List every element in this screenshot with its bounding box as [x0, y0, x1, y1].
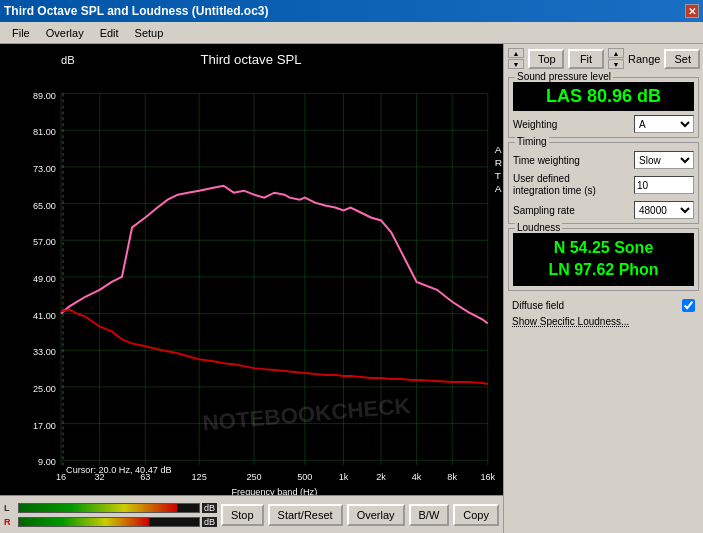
chart-svg-wrapper: Third octave SPL dB 89.00 81.00 73.00 65…	[0, 44, 503, 495]
svg-text:33.00: 33.00	[33, 347, 56, 357]
diffuse-label: Diffuse field	[512, 300, 564, 311]
svg-text:A: A	[495, 144, 502, 155]
svg-text:17.00: 17.00	[33, 421, 56, 431]
start-reset-button[interactable]: Start/Reset	[268, 504, 343, 526]
right-panel: ▲ ▼ Top Fit ▲ ▼ Range Set Sound pressure…	[503, 44, 703, 533]
menu-bar: File Overlay Edit Setup	[0, 22, 703, 44]
svg-text:2k: 2k	[376, 472, 386, 482]
menu-edit[interactable]: Edit	[92, 25, 127, 41]
r-meter-fill	[19, 518, 149, 526]
range-arrows: ▲ ▼	[608, 48, 624, 69]
svg-text:T: T	[495, 170, 501, 181]
diffuse-checkbox[interactable]	[682, 299, 695, 312]
sampling-label: Sampling rate	[513, 205, 575, 216]
svg-text:89.00: 89.00	[33, 91, 56, 101]
svg-text:dB: dB	[61, 54, 75, 66]
loudness-line1: N 54.25 Sone	[517, 237, 690, 259]
bw-button[interactable]: B/W	[409, 504, 450, 526]
svg-text:A: A	[495, 183, 502, 194]
svg-text:9.00: 9.00	[38, 457, 56, 467]
svg-text:Cursor:  20.0 Hz, 40.47 dB: Cursor: 20.0 Hz, 40.47 dB	[66, 465, 172, 475]
l-meter	[18, 503, 200, 513]
svg-text:49.00: 49.00	[33, 274, 56, 284]
svg-text:41.00: 41.00	[33, 311, 56, 321]
timing-section-label: Timing	[515, 136, 549, 147]
top-button[interactable]: Top	[528, 49, 564, 69]
time-weighting-label: Time weighting	[513, 155, 580, 166]
top-arrows: ▲ ▼	[508, 48, 524, 69]
top-down-arrow[interactable]: ▼	[508, 59, 524, 69]
svg-text:73.00: 73.00	[33, 164, 56, 174]
time-weighting-row: Time weighting Slow Fast	[513, 151, 694, 169]
loudness-display: N 54.25 Sone LN 97.62 Phon	[513, 233, 694, 286]
menu-setup[interactable]: Setup	[127, 25, 172, 41]
fit-button[interactable]: Fit	[568, 49, 604, 69]
title-bar: Third Octave SPL and Loudness (Untitled.…	[0, 0, 703, 22]
title-text: Third Octave SPL and Loudness (Untitled.…	[4, 4, 268, 18]
range-label: Range	[628, 53, 660, 65]
svg-text:8k: 8k	[447, 472, 457, 482]
integration-row: User definedintegration time (s)	[513, 173, 694, 197]
weighting-row: Weighting A C Z	[513, 115, 694, 133]
r-meter	[18, 517, 200, 527]
l-meter-fill	[19, 504, 177, 512]
weighting-select[interactable]: A C Z	[634, 115, 694, 133]
svg-text:R: R	[495, 157, 502, 168]
spl-display: LAS 80.96 dB	[513, 82, 694, 111]
menu-file[interactable]: File	[4, 25, 38, 41]
svg-text:65.00: 65.00	[33, 201, 56, 211]
diffuse-area: Diffuse field Show Specific Loudness...	[508, 295, 699, 331]
menu-overlay[interactable]: Overlay	[38, 25, 92, 41]
svg-text:25.00: 25.00	[33, 384, 56, 394]
level-meters: L dB R dB	[4, 501, 217, 528]
svg-text:125: 125	[192, 472, 207, 482]
l-label: L	[4, 503, 16, 513]
overlay-button[interactable]: Overlay	[347, 504, 405, 526]
close-button[interactable]: ✕	[685, 4, 699, 18]
svg-text:1k: 1k	[339, 472, 349, 482]
time-weighting-select[interactable]: Slow Fast	[634, 151, 694, 169]
integration-label: User definedintegration time (s)	[513, 173, 596, 197]
loudness-section-label: Loudness	[515, 222, 562, 233]
set-button[interactable]: Set	[664, 49, 700, 69]
loudness-section: Loudness N 54.25 Sone LN 97.62 Phon	[508, 228, 699, 291]
range-down-arrow[interactable]: ▼	[608, 59, 624, 69]
svg-text:Third octave SPL: Third octave SPL	[200, 52, 301, 67]
svg-text:16k: 16k	[480, 472, 495, 482]
weighting-label: Weighting	[513, 119, 557, 130]
range-up-arrow[interactable]: ▲	[608, 48, 624, 58]
svg-text:4k: 4k	[412, 472, 422, 482]
chart-svg: Third octave SPL dB 89.00 81.00 73.00 65…	[0, 44, 503, 495]
copy-button[interactable]: Copy	[453, 504, 499, 526]
top-up-arrow[interactable]: ▲	[508, 48, 524, 58]
svg-text:500: 500	[297, 472, 312, 482]
main-content: Third octave SPL dB 89.00 81.00 73.00 65…	[0, 44, 703, 533]
sampling-select[interactable]: 48000 44100	[634, 201, 694, 219]
sampling-row: Sampling rate 48000 44100	[513, 201, 694, 219]
svg-text:250: 250	[246, 472, 261, 482]
spl-section-label: Sound pressure level	[515, 71, 613, 82]
r-db-label: dB	[202, 517, 217, 527]
svg-text:16: 16	[56, 472, 66, 482]
timing-section: Timing Time weighting Slow Fast User def…	[508, 142, 699, 224]
specific-loudness-label[interactable]: Show Specific Loudness...	[512, 316, 629, 327]
chart-outer: Third octave SPL dB 89.00 81.00 73.00 65…	[0, 44, 503, 533]
stop-button[interactable]: Stop	[221, 504, 264, 526]
integration-input[interactable]	[634, 176, 694, 194]
l-db-label: dB	[202, 503, 217, 513]
top-controls: ▲ ▼ Top Fit ▲ ▼ Range Set	[508, 48, 699, 69]
diffuse-row: Diffuse field	[512, 297, 695, 314]
loudness-line2: LN 97.62 Phon	[517, 259, 690, 281]
svg-text:Frequency band (Hz): Frequency band (Hz)	[231, 487, 317, 495]
specific-loudness-row: Show Specific Loudness...	[512, 314, 695, 329]
bottom-bar: L dB R dB Stop Start/Reset Overlay	[0, 495, 503, 533]
spl-section: Sound pressure level LAS 80.96 dB Weight…	[508, 77, 699, 138]
svg-text:57.00: 57.00	[33, 237, 56, 247]
svg-text:81.00: 81.00	[33, 127, 56, 137]
r-label: R	[4, 517, 16, 527]
